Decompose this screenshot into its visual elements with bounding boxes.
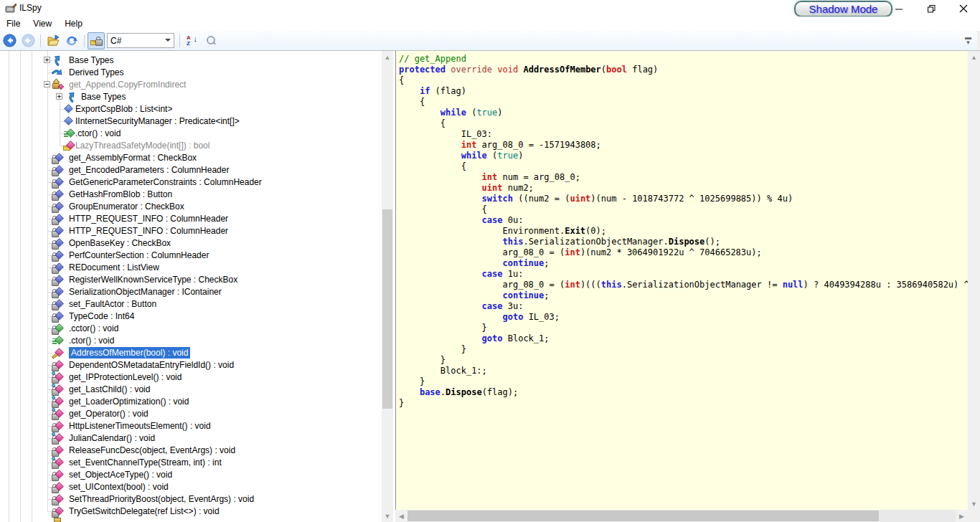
tree-item[interactable]: get_Operator() : void — [0, 408, 382, 420]
shadow-mode-button[interactable]: Shadow Mode — [794, 1, 892, 17]
tree-item[interactable]: PerfCounterSection : ColumnHeader — [0, 250, 382, 262]
restore-button[interactable] — [925, 3, 937, 14]
expand-icon[interactable]: + — [44, 57, 50, 63]
method-lock-icon — [52, 469, 63, 480]
close-button[interactable] — [958, 3, 969, 14]
tree-item[interactable]: +Base Types — [0, 91, 382, 103]
tree-item[interactable]: .cctor() : void — [0, 323, 382, 335]
tree-item[interactable]: HttpListenerTimeoutsElement() : void — [0, 420, 382, 432]
method-lock-dot-icon — [52, 432, 63, 444]
tree-item[interactable]: .ctor() : void — [0, 128, 382, 140]
method-lock-dot-icon — [52, 457, 63, 468]
tree-item[interactable]: DependentOSMetadataEntryFieldId() : void — [0, 359, 382, 371]
decompiled-code-view[interactable]: // get_Appendprotected override void Add… — [395, 51, 968, 510]
scroll-down-icon[interactable]: ▼ — [382, 510, 393, 522]
tree-item[interactable]: −get_Append.CopyFromIndirect — [0, 79, 382, 91]
tree-item[interactable]: set_EventChannelType(Stream, int) : int — [0, 457, 382, 469]
tree-item[interactable]: LazyThreadSafetyMode(int[]) : bool — [0, 140, 382, 152]
tree-item[interactable]: SerializationObjectManager : IContainer — [0, 286, 382, 298]
tree-item[interactable]: set_ObjectAceType() : void — [0, 469, 382, 481]
tree-item[interactable]: get_IPProtectionLevel() : void — [0, 371, 382, 384]
minimize-button[interactable] — [893, 3, 905, 14]
tree-scrollbar-thumb[interactable] — [382, 209, 392, 409]
prop-lock-icon — [52, 176, 63, 188]
window-title: ILSpy — [19, 3, 42, 13]
tree-item-label: HTTP_REQUEST_INFO : ColumnHeader — [69, 214, 228, 224]
tree-item[interactable]: HTTP_REQUEST_INFO : ColumnHeader — [0, 213, 382, 225]
prop-lock-icon — [52, 298, 63, 310]
menu-view[interactable]: View — [27, 17, 58, 31]
search-button[interactable] — [202, 32, 220, 49]
tree-item[interactable]: TryGetSwitchDelegate(ref List<>) : void — [0, 506, 382, 518]
prop-lock-icon — [52, 310, 63, 322]
tree-item[interactable]: OpenBaseKey : CheckBox — [0, 237, 382, 250]
code-line: } — [399, 344, 968, 355]
tree-item[interactable]: TypeCode : Int64 — [0, 310, 382, 323]
code-line: int num = arg_08_0; — [399, 172, 968, 183]
scroll-up-icon[interactable]: ▲ — [382, 51, 393, 63]
refresh-button[interactable] — [63, 32, 80, 49]
tree-item[interactable]: ExportCspBlob : List<int> — [0, 103, 382, 115]
code-line: } — [399, 398, 968, 409]
tree-item[interactable]: set_FaultActor : Button — [0, 298, 382, 310]
tree-item[interactable]: HTTP_REQUEST_INFO : ColumnHeader — [0, 225, 382, 237]
tree-item[interactable]: Derived Types — [0, 67, 382, 79]
tree-item[interactable]: GroupEnumerator : CheckBox — [0, 201, 382, 213]
tree-item[interactable]: .ctor() : void — [0, 335, 382, 347]
tree-item[interactable]: JulianCalendar() : void — [0, 432, 382, 445]
back-button[interactable] — [1, 32, 18, 49]
tree-item[interactable]: RegisterWellKnownServiceType : CheckBox — [0, 274, 382, 286]
open-gac-toggle-button[interactable] — [88, 32, 105, 49]
code-line: while (true) — [399, 108, 968, 118]
method-lock-icon — [52, 493, 63, 505]
tree-item[interactable]: get_AssemblyFormat : CheckBox — [0, 152, 382, 164]
tree-item[interactable]: GetHashFromBlob : Button — [0, 189, 382, 201]
sort-button[interactable]: AZ↓ — [184, 32, 201, 49]
tree-item-label: set_UIContext(bool) : void — [69, 482, 169, 492]
tree-item[interactable]: get_LastChild() : void — [0, 384, 382, 396]
tree-item-label: GetHashFromBlob : Button — [69, 189, 172, 199]
code-line: } — [399, 323, 968, 333]
code-line: } — [399, 355, 968, 366]
toolbar-overflow-button[interactable]: ▬▾ — [965, 35, 971, 45]
forward-button[interactable] — [19, 32, 37, 49]
tree-item[interactable]: IInternetSecurityManager : Predicate<int… — [0, 115, 382, 128]
scroll-down-icon[interactable]: ▼ — [968, 498, 980, 510]
code-hscrollbar-thumb[interactable] — [407, 511, 879, 521]
code-line: switch ((num2 = (uint)(num - 1018743772 … — [399, 194, 968, 204]
tree-item[interactable]: get_LoaderOptimization() : void — [0, 396, 382, 408]
tree-item-label: GetGenericParameterConstraints : ColumnH… — [69, 177, 262, 187]
tree-item[interactable]: AddressOfMember(bool) : void — [0, 347, 382, 359]
menu-file[interactable]: File — [0, 17, 27, 31]
method-lock-icon — [52, 420, 63, 432]
tree-item[interactable]: +Base Types — [0, 54, 382, 67]
collapse-icon[interactable]: − — [44, 81, 50, 87]
tree-item[interactable]: SetThreadPriorityBoost(object, EventArgs… — [0, 493, 382, 506]
scroll-left-icon[interactable]: ◀ — [395, 510, 407, 522]
tree-item-label: RegisterWellKnownServiceType : CheckBox — [69, 275, 237, 285]
scroll-right-icon[interactable]: ▶ — [956, 510, 968, 522]
search-icon — [205, 35, 217, 47]
code-hscrollbar[interactable]: ◀ ▶ — [395, 510, 968, 522]
tree-item[interactable] — [0, 518, 382, 522]
code-line: } — [399, 376, 968, 387]
menu-help[interactable]: Help — [58, 17, 89, 31]
code-line: { — [399, 204, 968, 215]
open-button[interactable] — [44, 32, 62, 49]
tree-scrollbar[interactable]: ▲ ▼ — [382, 51, 393, 522]
code-vscrollbar[interactable]: ▲ ▼ — [968, 51, 980, 510]
tree-item[interactable]: get_EncodedParameters : ColumnHeader — [0, 164, 382, 176]
tree-item[interactable]: REDocument : ListView — [0, 262, 382, 274]
tree-item[interactable]: GetGenericParameterConstraints : ColumnH… — [0, 176, 382, 189]
tree-item[interactable]: ReleaseFuncDesc(object, EventArgs) : voi… — [0, 445, 382, 457]
ctor-icon — [63, 128, 75, 139]
prop-lock-icon — [52, 262, 63, 273]
tree-item-label: ReleaseFuncDesc(object, EventArgs) : voi… — [69, 445, 235, 455]
scroll-up-icon[interactable]: ▲ — [968, 51, 980, 63]
tree-item-label: OpenBaseKey : CheckBox — [69, 238, 171, 248]
prop-lock-icon — [52, 201, 63, 212]
expand-icon[interactable]: + — [56, 93, 62, 100]
tree-item[interactable]: set_UIContext(bool) : void — [0, 481, 382, 493]
tree-item-label: HttpListenerTimeoutsElement() : void — [69, 421, 211, 431]
language-select[interactable]: C# — [107, 33, 174, 48]
